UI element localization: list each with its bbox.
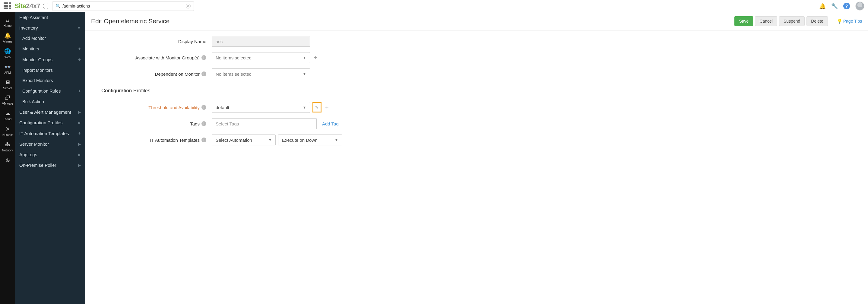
user-avatar[interactable]: [855, 1, 864, 10]
brand-logo[interactable]: Site24x7 ⛶: [14, 2, 49, 10]
chevron-right-icon: ▶: [78, 110, 81, 114]
sidebar-help-assistant[interactable]: Help Assistant: [15, 12, 85, 23]
sidebar-inventory[interactable]: Inventory▼: [15, 23, 85, 33]
chevron-down-icon: ▼: [303, 56, 306, 59]
edit-threshold-button[interactable]: ✎: [312, 102, 321, 113]
section-config-profiles: Configuration Profiles: [91, 85, 501, 97]
search-input[interactable]: [62, 4, 186, 8]
rail-item-nutanix[interactable]: ✕Nutanix: [0, 123, 15, 139]
rail-item-home[interactable]: ⌂Home: [0, 14, 15, 30]
delete-button[interactable]: Delete: [806, 16, 828, 26]
chevron-down-icon: ▼: [77, 26, 81, 30]
info-icon[interactable]: i: [202, 138, 206, 142]
globe-icon: 🌐: [4, 48, 11, 55]
add-tag-link[interactable]: Add Tag: [322, 121, 339, 126]
chevron-down-icon: ▼: [303, 105, 306, 109]
dependent-select[interactable]: No items selected ▼: [212, 68, 310, 79]
clear-search-icon[interactable]: ✕: [186, 4, 191, 8]
page-title: Edit Opentelemetric Service: [91, 18, 169, 25]
dependent-label: Dependent on Monitor i: [91, 71, 212, 77]
help-icon[interactable]: ?: [843, 3, 850, 9]
sidebar-server-monitor[interactable]: Server Monitor▶: [15, 139, 85, 149]
rail-item-label: Alarms: [3, 40, 12, 43]
display-name-label: Display Name: [91, 39, 212, 44]
more-icon: ⊕: [5, 157, 10, 163]
tags-input[interactable]: Select Tags: [212, 118, 317, 129]
rail-item-alarms[interactable]: 🔔Alarms: [0, 30, 15, 45]
display-name-input: acc: [212, 36, 310, 47]
rail-item-label: VMware: [2, 102, 13, 105]
content-area: Edit Opentelemetric Service Save Cancel …: [85, 12, 868, 304]
sidebar-import-monitors[interactable]: Import Monitors: [15, 65, 85, 75]
vmware-icon: 🗗: [5, 95, 10, 101]
sidebar-user-alert-mgmt[interactable]: User & Alert Management▶: [15, 107, 85, 117]
tags-label: Tags i: [91, 121, 212, 126]
server-icon: 🖥: [5, 79, 10, 86]
rail-item-more[interactable]: ⊕: [0, 154, 15, 167]
cancel-button[interactable]: Cancel: [755, 16, 777, 26]
chevron-right-icon: ▶: [78, 163, 81, 168]
rail-item-label: Cloud: [4, 118, 11, 121]
save-button[interactable]: Save: [734, 16, 753, 26]
rail-item-label: Home: [4, 24, 12, 27]
rail-item-vmware[interactable]: 🗗VMware: [0, 92, 15, 108]
wrench-icon[interactable]: 🔧: [831, 3, 838, 9]
sidebar-bulk-action[interactable]: Bulk Action: [15, 96, 85, 107]
plus-icon[interactable]: +: [78, 130, 81, 136]
sidebar: Help Assistant Inventory▼ Add Monitor Mo…: [15, 12, 85, 304]
sidebar-monitors[interactable]: Monitors+: [15, 43, 85, 54]
home-icon: ⌂: [6, 17, 9, 23]
sidebar-export-monitors[interactable]: Export Monitors: [15, 75, 85, 86]
chevron-down-icon: ▼: [269, 138, 272, 142]
rail-item-network[interactable]: 🖧Network: [0, 139, 15, 154]
rail-item-apm[interactable]: 👓APM: [0, 61, 15, 77]
lightbulb-icon: 💡: [837, 19, 842, 24]
network-icon: 🖧: [5, 142, 10, 148]
info-icon[interactable]: i: [202, 71, 206, 76]
sidebar-monitor-groups[interactable]: Monitor Groups+: [15, 54, 85, 65]
execute-on-select[interactable]: Execute on Down ▼: [278, 134, 342, 145]
sidebar-on-premise-poller[interactable]: On-Premise Poller▶: [15, 160, 85, 171]
suspend-button[interactable]: Suspend: [779, 16, 805, 26]
search-box[interactable]: 🔍 ✕: [52, 1, 194, 11]
page-tips-link[interactable]: 💡 Page Tips: [837, 19, 862, 24]
sidebar-applogs[interactable]: AppLogs▶: [15, 149, 85, 160]
chevron-down-icon: ▼: [303, 72, 306, 76]
sidebar-it-automation[interactable]: IT Automation Templates+: [15, 128, 85, 139]
info-icon[interactable]: i: [202, 105, 206, 110]
automation-select[interactable]: Select Automation ▼: [212, 134, 276, 145]
rail-item-web[interactable]: 🌐Web: [0, 45, 15, 61]
threshold-select[interactable]: default ▼: [212, 102, 310, 113]
sidebar-configuration-rules[interactable]: Configuration Rules+: [15, 86, 85, 96]
bell-icon: 🔔: [4, 32, 11, 39]
app-grid-icon[interactable]: [4, 2, 11, 10]
sidebar-config-profiles[interactable]: Configuration Profiles▶: [15, 117, 85, 128]
plus-icon[interactable]: +: [78, 57, 81, 62]
rail-item-label: Network: [2, 149, 13, 152]
expand-icon[interactable]: ⛶: [43, 3, 49, 9]
add-group-button[interactable]: +: [312, 54, 318, 61]
info-icon[interactable]: i: [202, 55, 206, 60]
nav-rail: ⌂Home🔔Alarms🌐Web👓APM🖥Server🗗VMware☁Cloud…: [0, 12, 15, 304]
threshold-label[interactable]: Threshold and Availability i: [91, 105, 212, 110]
add-threshold-button[interactable]: +: [324, 104, 330, 111]
chevron-right-icon: ▶: [78, 121, 81, 125]
notification-bell-icon[interactable]: 🔔: [819, 3, 826, 9]
rail-item-cloud[interactable]: ☁Cloud: [0, 108, 15, 123]
plus-icon[interactable]: +: [78, 88, 81, 94]
chevron-right-icon: ▶: [78, 142, 81, 146]
info-icon[interactable]: i: [202, 121, 206, 126]
chevron-right-icon: ▶: [78, 153, 81, 157]
plus-icon[interactable]: +: [78, 46, 81, 52]
assoc-groups-select[interactable]: No items selected ▼: [212, 52, 310, 63]
it-auto-label: IT Automation Templates i: [91, 138, 212, 143]
nutanix-icon: ✕: [5, 126, 10, 132]
apm-icon: 👓: [4, 64, 11, 70]
rail-item-server[interactable]: 🖥Server: [0, 77, 15, 92]
sidebar-add-monitor[interactable]: Add Monitor: [15, 33, 85, 43]
cloud-icon: ☁: [5, 110, 10, 117]
search-icon: 🔍: [56, 4, 61, 8]
chevron-down-icon: ▼: [335, 138, 338, 142]
rail-item-label: Nutanix: [2, 133, 13, 136]
rail-item-label: APM: [4, 71, 11, 74]
